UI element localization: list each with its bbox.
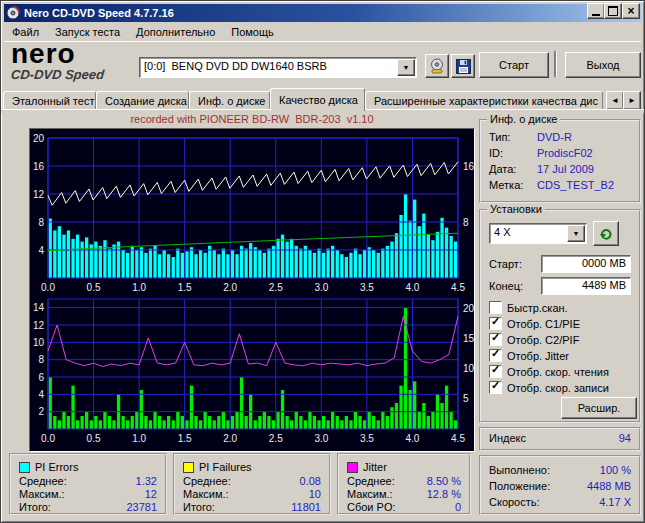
toolbar-separator — [554, 51, 557, 77]
quality-chart-area: 201612841680.00.51.01.52.02.53.03.54.04.… — [29, 128, 475, 452]
tab-scroll-left-button[interactable]: ◄ — [606, 91, 624, 110]
exit-button[interactable]: Выход — [565, 52, 641, 78]
floppy-icon — [456, 59, 471, 74]
disc-info-label: Метка: — [489, 179, 523, 191]
svg-text:6: 6 — [38, 372, 44, 383]
checkbox-icon[interactable] — [489, 365, 502, 378]
save-button[interactable] — [451, 54, 475, 78]
tab-advanced-quality[interactable]: Расширенные характеристики качества дис — [365, 91, 603, 109]
svg-text:2.5: 2.5 — [269, 282, 283, 293]
svg-text:1.5: 1.5 — [178, 433, 192, 444]
tab-benchmark[interactable]: Эталонный тест — [3, 91, 96, 109]
refresh-button[interactable] — [593, 221, 619, 246]
checkbox-icon[interactable] — [489, 349, 502, 362]
drive-select-value: [0:0] BENQ DVD DD DW1640 BSRB — [144, 60, 398, 72]
drive-select[interactable]: [0:0] BENQ DVD DD DW1640 BSRB ▼ — [139, 57, 417, 78]
svg-text:0.0: 0.0 — [41, 433, 55, 444]
stat-value: 10 — [309, 488, 321, 500]
pi-errors-legend-swatch — [19, 462, 30, 473]
svg-text:0.5: 0.5 — [87, 282, 101, 293]
svg-text:3.0: 3.0 — [314, 433, 328, 444]
stat-value: 11801 — [291, 501, 321, 513]
stat-value: 1.32 — [136, 475, 157, 487]
checkbox-icon[interactable] — [489, 317, 502, 330]
tab-disc-quality[interactable]: Качество диска — [270, 88, 365, 111]
start-position-label: Старт: — [489, 258, 522, 270]
stat-value: 12.8 % — [427, 488, 461, 500]
menu-item-help[interactable]: Помощь — [223, 23, 282, 41]
checkbox-show-write-speed[interactable]: Отобр. скор. записи — [489, 381, 609, 394]
stat-label: Максим.: — [347, 488, 393, 500]
minimize-button[interactable] — [587, 3, 605, 19]
advanced-button[interactable]: Расшир. — [561, 397, 637, 419]
svg-text:4: 4 — [38, 389, 44, 400]
stat-value: 8.50 % — [427, 475, 461, 487]
tab-scroll-right-button[interactable]: ► — [623, 91, 641, 110]
disc-date-value: 17 Jul 2009 — [537, 163, 594, 175]
jitter-legend-swatch — [347, 462, 358, 473]
svg-text:14: 14 — [33, 302, 45, 313]
tab-create-disc[interactable]: Создание диска — [96, 91, 189, 109]
svg-text:0.0: 0.0 — [41, 282, 55, 293]
svg-text:3.5: 3.5 — [360, 433, 374, 444]
checkbox-icon[interactable] — [489, 381, 502, 394]
checkbox-fast-scan[interactable]: Быстр.скан. — [489, 301, 568, 314]
svg-text:2.0: 2.0 — [223, 282, 237, 293]
svg-text:10: 10 — [463, 363, 474, 374]
checkbox-icon[interactable] — [489, 333, 502, 346]
app-window: Nero CD-DVD Speed 4.7.7.16 × Файл Запуск… — [0, 0, 645, 523]
stat-label: Сбои PO: — [347, 501, 396, 513]
exit-button-label: Выход — [587, 59, 620, 71]
checkbox-show-c1-pie[interactable]: Отобр. C1/PIE — [489, 317, 580, 330]
maximize-button[interactable] — [604, 3, 622, 19]
end-position-field[interactable]: 4489 MB — [541, 277, 631, 295]
pi-errors-title: PI Errors — [35, 461, 78, 473]
svg-text:16: 16 — [33, 161, 45, 172]
tab-create-disc-label: Создание диска — [105, 95, 187, 107]
disc-id-value: ProdiscF02 — [537, 147, 593, 159]
svg-text:20: 20 — [463, 303, 474, 314]
disc-info-group: Инф. о диске Тип:DVD-R ID:ProdiscF02 Дат… — [479, 119, 641, 203]
svg-text:16: 16 — [463, 161, 474, 172]
maximize-icon — [608, 6, 618, 16]
tab-disc-info[interactable]: Инф. о диске — [189, 91, 270, 109]
start-button[interactable]: Старт — [479, 52, 549, 78]
arrow-left-icon: ◄ — [611, 96, 619, 105]
svg-text:5: 5 — [463, 393, 469, 404]
stat-label: Итого: — [183, 501, 215, 513]
checkbox-show-c2-pif[interactable]: Отобр. C2/PIF — [489, 333, 579, 346]
window-titlebar: Nero CD-DVD Speed 4.7.7.16 — [4, 4, 641, 22]
pi-failures-box: PI Failures Среднее:0.08 Максим.:10 Итог… — [173, 453, 331, 515]
start-position-field[interactable]: 0000 MB — [541, 255, 631, 273]
disc-info-title: Инф. о диске — [487, 113, 560, 126]
menu-item-extra[interactable]: Дополнительно — [128, 23, 223, 41]
quality-charts: 201612841680.00.51.01.52.02.53.03.54.04.… — [30, 129, 474, 451]
app-icon — [6, 6, 20, 20]
speed-select[interactable]: 4 X ▼ — [489, 223, 587, 244]
checkbox-show-read-speed[interactable]: Отобр. скор. чтения — [489, 365, 609, 378]
tab-disc-quality-label: Качество диска — [279, 94, 358, 106]
window-title: Nero CD-DVD Speed 4.7.7.16 — [24, 7, 174, 19]
stat-label: Итого: — [19, 501, 51, 513]
checkbox-show-jitter[interactable]: Отобр. Jitter — [489, 349, 569, 362]
speed-select-arrow[interactable]: ▼ — [567, 225, 585, 242]
jitter-title: Jitter — [363, 461, 387, 473]
svg-text:0.5: 0.5 — [87, 433, 101, 444]
progress-value: 100 % — [600, 464, 631, 476]
disc-hand-icon — [429, 58, 445, 74]
settings-title: Установки — [487, 203, 545, 216]
stat-label: Среднее: — [347, 475, 395, 487]
checkbox-icon[interactable] — [489, 301, 502, 314]
close-icon: × — [627, 6, 634, 16]
show-disc-button[interactable] — [425, 54, 449, 78]
checkbox-label: Отобр. скор. чтения — [507, 366, 609, 378]
svg-text:2.0: 2.0 — [223, 433, 237, 444]
menubar: Файл Запуск теста Дополнительно Помощь — [4, 22, 641, 42]
drive-select-arrow[interactable]: ▼ — [397, 59, 415, 76]
checkbox-label: Быстр.скан. — [507, 302, 568, 314]
chevron-down-icon: ▼ — [573, 230, 580, 237]
close-button[interactable]: × — [622, 3, 640, 19]
stat-label: Среднее: — [19, 475, 67, 487]
stat-label: Среднее: — [183, 475, 231, 487]
svg-text:2: 2 — [38, 406, 44, 417]
